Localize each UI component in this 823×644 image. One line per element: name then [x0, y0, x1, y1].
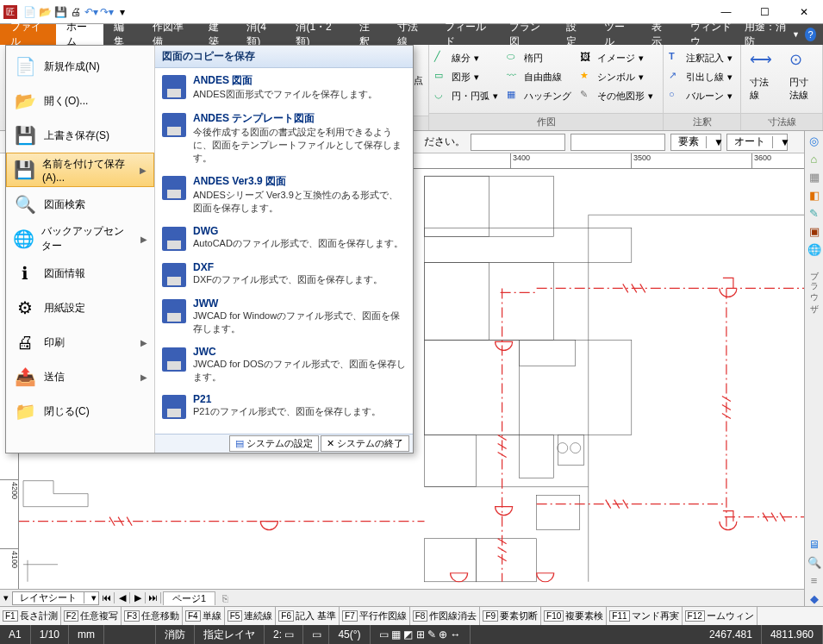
save-format-2[interactable]: ANDES Ver3.9 図面ANDESシリーズ Ver3.9と互換性のある形式… [155, 169, 413, 220]
svg-point-19 [558, 443, 568, 453]
sheet-nav[interactable]: ⏮◀▶⏭ [99, 592, 161, 603]
layer-sheet-combo[interactable]: レイヤシート▾ [12, 591, 99, 605]
tab-fire12[interactable]: 消(1・2類) [285, 24, 348, 45]
fkey-F10[interactable]: F10複要素検 [541, 607, 607, 625]
qat-more-icon[interactable]: ▾ [115, 5, 129, 19]
tab-home[interactable]: ホーム [56, 24, 103, 45]
rb-icon-b1[interactable]: 🖥 [807, 536, 822, 552]
svg-rect-5 [425, 340, 632, 435]
rb-hatch[interactable]: ハッチング [507, 86, 571, 105]
usage-dropdown-icon[interactable]: ▼ [792, 30, 800, 39]
fkey-F6[interactable]: F6記入 基準 [276, 607, 340, 625]
status-scale: 1/10 [31, 625, 69, 644]
rb-rect[interactable]: 図形▾ [434, 67, 498, 86]
status-angle: 45(°) [329, 625, 370, 644]
file-menu-item-9[interactable]: 📤送信▶ [6, 360, 154, 394]
qat-open-icon[interactable]: 📂 [38, 5, 52, 19]
file-menu-footer: ▤システムの設定 ✕システムの終了 [155, 434, 413, 453]
file-menu-item-6[interactable]: ℹ図面情報 [6, 256, 154, 291]
fkey-F5[interactable]: F5連続線 [225, 607, 277, 625]
system-settings-button[interactable]: ▤システムの設定 [229, 435, 319, 452]
save-format-1[interactable]: ANDES テンプレート図面今後作成する図面の書式設定を利用できるように、図面を… [155, 106, 413, 170]
tab-file[interactable]: ファイル [0, 24, 56, 45]
fkey-F8[interactable]: F8作図線消去 [410, 607, 481, 625]
combo-element[interactable]: 要素▼ [670, 134, 721, 151]
tab-fire4[interactable]: 消(4類) [236, 24, 285, 45]
fkey-F1[interactable]: F1長さ計測 [0, 607, 61, 625]
rb-leader[interactable]: 引出し線▾ [669, 67, 733, 86]
rb-icon-7[interactable]: 🌐 [807, 241, 822, 257]
rb-note[interactable]: 注釈記入▾ [669, 48, 733, 67]
rb-balloon[interactable]: バルーン▾ [669, 86, 733, 105]
rb-icon-b3[interactable]: ≡ [807, 572, 822, 588]
svg-rect-16 [477, 539, 537, 582]
save-format-7[interactable]: P21P21のファイル形式で、図面を保存します。 [155, 388, 413, 424]
fkey-F4[interactable]: F4単線 [183, 607, 225, 625]
file-menu-right: 図面のコピーを保存 ANDES 図面ANDES図面形式でファイルを保存します。A… [154, 46, 413, 453]
fkey-F9[interactable]: F9要素切断 [480, 607, 541, 625]
save-format-5[interactable]: JWWJWCAD for Windowのファイル形式で、図面を保存します。 [155, 292, 413, 341]
tab-prep[interactable]: 作図準備 [142, 24, 198, 45]
file-menu-item-0[interactable]: 📄新規作成(N) [6, 49, 154, 84]
rb-arc[interactable]: 円・円弧▾ [434, 86, 498, 105]
rb-icon-b2[interactable]: 🔍 [807, 554, 822, 570]
rb-icon-6[interactable]: ▣ [807, 223, 822, 239]
rb-freecurve[interactable]: 自由曲線 [507, 67, 571, 86]
qat-new-icon[interactable]: 📄 [22, 5, 36, 19]
fkey-F2[interactable]: F2任意複写 [61, 607, 122, 625]
rb-icon-b4[interactable]: ◆ [807, 591, 822, 606]
file-menu-item-5[interactable]: 🌐バックアップセンター▶ [6, 222, 154, 256]
rb-dim[interactable]: 寸法線 [746, 48, 777, 103]
rb-symbol[interactable]: シンボル▾ [580, 67, 653, 86]
save-format-6[interactable]: JWCJWCAD for DOSのファイル形式で、図面を保存します。 [155, 341, 413, 389]
status-icons[interactable]: ▭ ▦ ◩ ⊞ ✎ ⊕ ↔ [371, 625, 471, 644]
save-format-0[interactable]: ANDES 図面ANDES図面形式でファイルを保存します。 [155, 68, 413, 106]
rb-icon-4[interactable]: ◧ [807, 187, 822, 203]
close-button[interactable]: ✕ [784, 0, 823, 24]
rb-image[interactable]: イメージ▾ [580, 48, 653, 67]
input-field-2[interactable] [570, 134, 665, 151]
tab-edit[interactable]: 編集 [103, 24, 142, 45]
qat-save-icon[interactable]: 💾 [53, 5, 67, 19]
fkey-F7[interactable]: F7平行作図線 [340, 607, 410, 625]
tab-settings[interactable]: 設定 [556, 24, 595, 45]
rb-icon-2[interactable]: ⌂ [807, 151, 822, 166]
save-format-4[interactable]: DXFDXFのファイル形式で、図面を保存します。 [155, 256, 413, 292]
qat-undo-icon[interactable]: ↶▾ [84, 5, 98, 19]
fkey-F3[interactable]: F3任意移動 [122, 607, 183, 625]
save-format-3[interactable]: DWGAutoCADのファイル形式で、図面を保存します。 [155, 220, 413, 256]
file-menu-item-4[interactable]: 🔍図面検索 [6, 187, 154, 222]
page-tab[interactable]: ページ1 [163, 591, 215, 605]
rb-line[interactable]: 線分▾ [434, 48, 498, 67]
rb-icon-1[interactable]: ◎ [807, 133, 822, 148]
disk-icon [162, 227, 186, 251]
file-menu-item-8[interactable]: 🖨印刷▶ [6, 325, 154, 360]
quick-access-toolbar: 📄 📂 💾 🖨 ↶▾ ↷▾ ▾ [22, 5, 129, 19]
rb-arcdim[interactable]: 円寸法線 [786, 48, 817, 103]
qat-print-icon[interactable]: 🖨 [69, 5, 83, 19]
rb-ellipse[interactable]: 楕円 [507, 48, 571, 67]
combo-auto[interactable]: オート▼ [726, 134, 788, 151]
help-icon[interactable]: ? [805, 28, 816, 41]
input-field-1[interactable] [471, 134, 565, 151]
tab-plan[interactable]: プラン図 [499, 24, 555, 45]
file-menu-item-7[interactable]: ⚙用紙設定 [6, 291, 154, 325]
tab-annot[interactable]: 注釈 [349, 24, 388, 45]
rb-other[interactable]: その他図形▾ [580, 86, 653, 105]
qat-redo-icon[interactable]: ↷▾ [100, 5, 114, 19]
fkey-F11[interactable]: F11マンド再実 [607, 607, 682, 625]
tab-window[interactable]: ウィンドウ [680, 24, 745, 45]
rb-icon-5[interactable]: ✎ [807, 205, 822, 221]
tab-view[interactable]: 表示 [641, 24, 680, 45]
system-exit-button[interactable]: ✕システムの終了 [321, 435, 409, 452]
file-menu-item-1[interactable]: 📂開く(O)... [6, 84, 154, 118]
tab-tools[interactable]: ツール [594, 24, 641, 45]
tab-dim[interactable]: 寸法線 [387, 24, 434, 45]
file-menu-item-10[interactable]: 📁閉じる(C) [6, 394, 154, 428]
rb-icon-3[interactable]: ▦ [807, 169, 822, 184]
tab-field[interactable]: フィールド [434, 24, 499, 45]
file-menu-item-3[interactable]: 💾名前を付けて保存(A)...▶ [6, 153, 154, 187]
file-menu-item-2[interactable]: 💾上書き保存(S) [6, 118, 154, 153]
fkey-F12[interactable]: F12ームウィン [683, 607, 758, 625]
tab-arch[interactable]: 建築 [198, 24, 237, 45]
